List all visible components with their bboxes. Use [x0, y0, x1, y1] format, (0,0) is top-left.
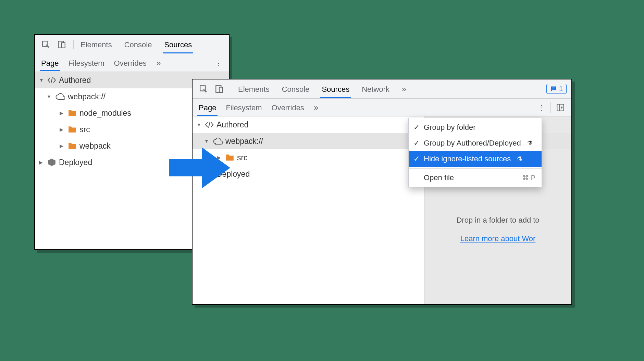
menu-item-open-file[interactable]: Open file ⌘ P [409, 170, 542, 186]
message-icon [550, 86, 557, 92]
more-subtabs-icon[interactable]: » [312, 103, 320, 112]
learn-more-link[interactable]: Learn more about Wor [460, 234, 536, 243]
sources-options-menu: ✓ Group by folder ✓ Group by Authored/De… [408, 118, 542, 187]
check-icon: ✓ [413, 154, 420, 163]
tree-label: src [237, 153, 248, 162]
devtools-window-after: Elements Console Sources Network » 1 Pag… [192, 79, 572, 305]
collapse-panel-icon[interactable] [554, 101, 567, 114]
toolbar-divider [550, 102, 551, 113]
subtab-filesystem[interactable]: Filesystem [224, 99, 263, 116]
check-icon: ✓ [413, 123, 420, 132]
toolbar-divider [231, 84, 231, 94]
menu-item-hide-ignored[interactable]: ✓ Hide ignore-listed sources ⚗ [409, 151, 542, 167]
folder-icon [68, 142, 77, 150]
issues-badge[interactable]: 1 [546, 84, 567, 94]
tree-label: src [79, 125, 90, 134]
subtab-overrides[interactable]: Overrides [270, 99, 306, 116]
menu-item-label: Group by folder [424, 123, 476, 132]
menu-item-label: Hide ignore-listed sources [424, 154, 511, 163]
disclosure-triangle-icon[interactable] [204, 138, 210, 144]
experiment-icon: ⚗ [527, 139, 533, 147]
tree-label: Authored [59, 76, 91, 85]
deployed-icon [205, 170, 214, 178]
tree-label: webpack:// [68, 92, 106, 101]
tab-network[interactable]: Network [360, 80, 391, 98]
inspect-icon[interactable] [197, 83, 210, 95]
tab-elements[interactable]: Elements [237, 80, 271, 98]
disclosure-triangle-icon[interactable] [39, 77, 45, 83]
tree-label: Authored [216, 120, 248, 129]
device-toggle-icon[interactable] [213, 83, 225, 95]
disclosure-triangle-icon[interactable] [39, 160, 45, 165]
tree-label: webpack:// [225, 137, 263, 146]
authored-icon [205, 121, 214, 128]
sub-tab-bar: Page Filesystem Overrides » ⋮ [35, 54, 229, 72]
disclosure-triangle-icon[interactable] [60, 143, 65, 149]
disclosure-triangle-icon[interactable] [217, 155, 223, 160]
tree-label: Deployed [216, 170, 250, 179]
kebab-menu-icon[interactable]: ⋮ [213, 58, 224, 69]
svg-rect-5 [552, 89, 554, 89]
tree-label: webpack [79, 141, 111, 151]
top-tabs: Elements Console Sources [79, 36, 193, 53]
subtab-overrides[interactable]: Overrides [113, 55, 148, 71]
tree-label: Deployed [59, 158, 92, 167]
hint-text: Drop in a folder to add to [431, 216, 565, 225]
more-tabs-icon[interactable]: » [400, 84, 408, 94]
disclosure-triangle-icon[interactable] [197, 171, 202, 177]
svg-rect-4 [552, 87, 555, 88]
disclosure-triangle-icon[interactable] [60, 110, 65, 116]
cloud-icon [55, 93, 65, 100]
menu-item-group-folder[interactable]: ✓ Group by folder [409, 120, 542, 135]
toolbar-divider [73, 40, 74, 49]
svg-rect-1 [62, 42, 65, 48]
deployed-icon [47, 158, 56, 167]
authored-icon [47, 76, 56, 84]
top-tab-bar: Elements Console Sources Network » 1 [193, 79, 571, 99]
disclosure-triangle-icon[interactable] [60, 127, 65, 132]
kebab-menu-icon[interactable]: ⋮ [536, 102, 547, 113]
cloud-icon [212, 137, 223, 145]
tab-elements[interactable]: Elements [79, 36, 113, 53]
folder-icon [225, 154, 234, 161]
tab-sources[interactable]: Sources [320, 80, 351, 98]
menu-item-label: Group by Authored/Deployed [424, 139, 521, 148]
folder-icon [68, 109, 77, 117]
issues-count: 1 [559, 85, 563, 93]
experiment-icon: ⚗ [517, 155, 522, 163]
subtab-page[interactable]: Page [197, 99, 218, 116]
tab-console[interactable]: Console [281, 80, 311, 98]
tree-label: node_modules [79, 109, 131, 118]
sub-tab-bar: Page Filesystem Overrides » ⋮ [193, 99, 571, 116]
top-tab-bar: Elements Console Sources [35, 35, 229, 54]
tab-sources[interactable]: Sources [163, 36, 193, 53]
subtab-filesystem[interactable]: Filesystem [67, 55, 106, 71]
disclosure-triangle-icon[interactable] [47, 94, 52, 99]
menu-item-label: Open file [424, 173, 454, 182]
menu-item-group-authored[interactable]: ✓ Group by Authored/Deployed ⚗ [409, 135, 542, 151]
folder-icon [68, 126, 77, 133]
menu-separator [409, 168, 542, 169]
keyboard-shortcut: ⌘ P [522, 174, 535, 182]
disclosure-triangle-icon[interactable] [197, 122, 202, 127]
more-subtabs-icon[interactable]: » [155, 58, 162, 68]
check-icon: ✓ [413, 139, 420, 148]
svg-rect-6 [557, 104, 564, 111]
svg-rect-3 [219, 87, 223, 92]
device-toggle-icon[interactable] [55, 38, 68, 51]
tab-console[interactable]: Console [123, 36, 153, 53]
top-tabs: Elements Console Sources Network » [237, 80, 408, 98]
inspect-icon[interactable] [40, 38, 52, 51]
subtab-page[interactable]: Page [40, 55, 60, 71]
